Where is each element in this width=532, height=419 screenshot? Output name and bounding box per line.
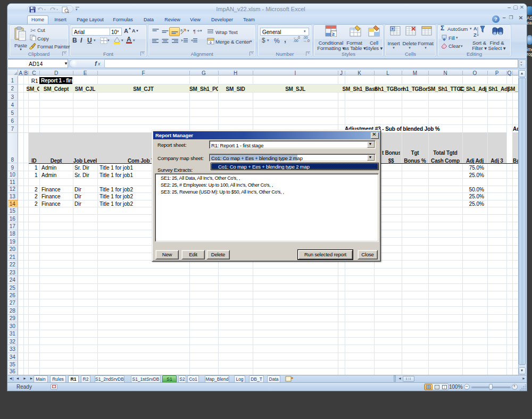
svg-text:A: A (473, 26, 477, 31)
svg-text:¶: ¶ (193, 29, 196, 34)
svg-text:Z: Z (473, 32, 477, 38)
svg-text:≥: ≥ (332, 31, 335, 37)
svg-text:a: a (180, 28, 182, 32)
